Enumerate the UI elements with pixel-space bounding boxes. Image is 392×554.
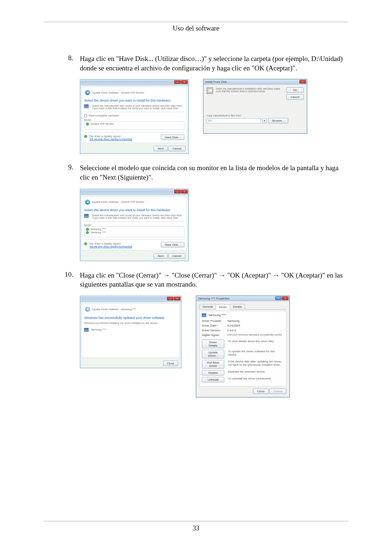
disable-desc: Disables the selected device. (228, 370, 284, 376)
tab-general[interactable]: General (199, 304, 216, 309)
step-number-8: 8. (44, 54, 80, 73)
signing-link[interactable]: Tell me why driver signing is important (89, 138, 132, 140)
properties-dialog: Samsung **** Properties ?× General Drive… (196, 296, 290, 397)
disable-button[interactable]: Disable (202, 370, 224, 376)
wizard-instructions: Select the manufacturer and model of you… (92, 214, 184, 219)
window-titlebar: —× (80, 296, 181, 302)
monitor-icon (84, 328, 89, 332)
provider-label: Driver Provider: (202, 319, 227, 323)
step-number-9: 9. (44, 163, 80, 182)
step-text-10: Haga clic en "Close (Cerrar)" → "Close (… (80, 271, 348, 289)
signed-icon (86, 123, 89, 126)
floppy-icon (207, 87, 213, 94)
help-icon[interactable]: ? (275, 296, 282, 300)
wizard-instructions: Select the manufacturer and model of you… (92, 104, 184, 110)
signed-icon (86, 231, 89, 234)
rollback-button[interactable]: Roll Back Driver (202, 360, 224, 369)
model-list[interactable]: Samsung **** Samsung **** (84, 226, 184, 237)
close-button[interactable]: Close (163, 361, 178, 366)
have-disk-button[interactable]: Have Disk... (161, 135, 184, 140)
next-button[interactable]: Next (154, 146, 167, 151)
back-icon[interactable]: ◄ (85, 90, 90, 95)
dialog-title: Install From Disk (205, 80, 227, 83)
cancel-button[interactable]: Cancel (168, 146, 185, 151)
page-header: Uso del software (44, 24, 348, 32)
provider-value: Samsung (227, 319, 240, 323)
update-done-window: —× ◄ Update Driver Software - Samsung **… (80, 296, 181, 368)
date-label: Driver Date: (202, 324, 227, 327)
back-icon: ◄ (85, 307, 90, 312)
back-icon[interactable]: ◄ (85, 200, 90, 205)
monitor-icon (84, 214, 89, 218)
rollback-desc: If the device fails after updating the d… (228, 360, 284, 369)
window-titlebar: —× (80, 79, 188, 85)
step-number-10: 10. (44, 271, 80, 289)
signer-value: microsoft windows hardware compatibility… (227, 333, 282, 337)
step-text-9: Seleccione el modelo que coincida con su… (80, 163, 348, 182)
model-label: Model (84, 119, 184, 121)
wizard-heading: Select the device driver you want to ins… (84, 99, 184, 102)
done-heading: Windows has successfully updated your dr… (84, 316, 177, 320)
breadcrumb: Update Driver Software - Samsung **** (92, 308, 136, 311)
path-field[interactable]: D:\ (207, 118, 261, 123)
update-driver-window-1: —× ◄ Update Driver Software - Generic Pn… (80, 79, 189, 154)
min-icon[interactable]: — (174, 190, 181, 193)
top-rule (44, 22, 348, 22)
signing-link[interactable]: Tell me why driver signing is important (89, 245, 132, 248)
driver-details-button[interactable]: Driver Details (202, 340, 224, 348)
browse-button[interactable]: Browse... (268, 118, 288, 123)
model-item-2: Samsung **** (90, 231, 106, 234)
monitor-icon (202, 313, 206, 317)
tab-driver[interactable]: Driver (216, 304, 230, 309)
close-icon[interactable]: × (299, 80, 306, 83)
breadcrumb: Update Driver Software - Generic PnP Mon… (92, 201, 144, 203)
update-driver-desc: To update the driver software for this d… (228, 350, 284, 358)
page-number: 33 (0, 525, 392, 532)
device-name: Samsung **** (91, 328, 106, 331)
bottom-rule (44, 521, 348, 521)
dropdown-icon[interactable]: ▾ (262, 118, 267, 123)
min-icon[interactable]: — (167, 297, 173, 300)
ok-button[interactable]: OK (286, 87, 304, 93)
done-subtext: Windows has finished installing the driv… (84, 322, 177, 324)
update-driver-button[interactable]: Update Driver... (202, 350, 224, 358)
date-value: 4/14/2005 (227, 324, 240, 327)
model-list[interactable]: Generic PnP Monitor (84, 121, 184, 130)
next-button[interactable]: Next (154, 253, 167, 259)
step-text-8: Haga clic en "Have Disk... (Utilizar dis… (80, 54, 348, 73)
monitor-icon (84, 104, 89, 108)
cancel-button[interactable]: Cancel (168, 253, 185, 259)
show-compatible-checkbox[interactable]: Show compatible hardware (84, 114, 184, 117)
signed-icon (84, 242, 87, 245)
signed-text: This driver is digitally signed. (89, 135, 121, 138)
driver-details-desc: To view details about the driver files. (228, 340, 284, 348)
uninstall-desc: To uninstall the driver (Advanced). (228, 377, 284, 382)
dialog-instructions: Insert the manufacturer's installation d… (216, 87, 283, 100)
cancel-button: Cancel (269, 389, 286, 394)
close-button[interactable]: Close (253, 389, 268, 394)
signer-label: Digital Signer: (202, 333, 227, 337)
install-from-disk-dialog: Install From Disk × Insert the manufactu… (203, 79, 307, 134)
breadcrumb: Update Driver Software - Generic PnP Mon… (92, 91, 144, 94)
close-icon[interactable]: × (174, 297, 180, 300)
signed-icon (86, 228, 89, 231)
version-label: Driver Version: (202, 329, 227, 332)
signed-icon (84, 135, 87, 138)
copy-from-label: Copy manufacturer's files from: (207, 114, 304, 117)
model-item: Generic PnP Monitor (90, 123, 114, 125)
window-titlebar: —× (80, 189, 188, 195)
wizard-heading: Select the device driver you want to ins… (84, 208, 184, 212)
uninstall-button[interactable]: Uninstall (202, 377, 224, 382)
update-driver-window-2: —× ◄ Update Driver Software - Generic Pn… (80, 189, 189, 261)
min-icon[interactable]: — (174, 80, 181, 84)
version-value: 2.0.0.0 (227, 329, 236, 332)
dialog-title: Samsung **** Properties (198, 297, 229, 300)
model-label: Model (84, 224, 184, 226)
close-icon[interactable]: × (282, 296, 289, 300)
have-disk-button[interactable]: Have Disk... (161, 242, 184, 247)
device-name: Samsung **** (208, 313, 226, 317)
close-icon[interactable]: × (181, 190, 188, 193)
close-icon[interactable]: × (181, 80, 188, 84)
tab-details[interactable]: Details (230, 304, 245, 309)
cancel-button[interactable]: Cancel (286, 94, 304, 100)
